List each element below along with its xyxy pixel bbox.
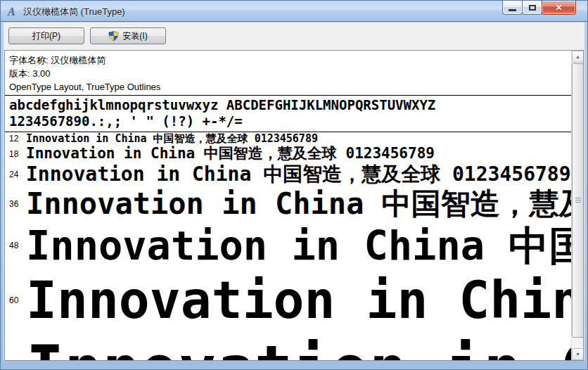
font-name-line: 字体名称: 汉仪橄榄体简: [9, 53, 571, 67]
minimize-icon: [509, 9, 516, 11]
install-button-label: 安装(I): [122, 30, 147, 42]
toolbar: 打印(P) 安装(I): [4, 23, 584, 49]
sample-size-label: 12: [5, 134, 26, 143]
font-version-line: 版本: 3.00: [9, 67, 571, 80]
uac-shield-icon: [108, 30, 119, 42]
charset-sample-block: abcdefghijklmnopqrstuvwxyz ABCDEFGHIJKLM…: [5, 96, 571, 132]
font-info-block: 字体名称: 汉仪橄榄体简 版本: 3.00 OpenType Layout, T…: [5, 51, 571, 95]
sample-size-label: 36: [5, 199, 26, 209]
scroll-up-button[interactable]: ▲: [572, 51, 584, 63]
print-button[interactable]: 打印(P): [8, 27, 84, 44]
font-preview-pane: 字体名称: 汉仪橄榄体简 版本: 3.00 OpenType Layout, T…: [4, 50, 584, 361]
sample-size-label: 60: [5, 295, 26, 305]
preview-scroll-content: 字体名称: 汉仪橄榄体简 版本: 3.00 OpenType Layout, T…: [5, 51, 571, 360]
maximize-icon: [529, 5, 536, 11]
sample-text: Innovation in China 中国智造，慧及全球 0123456789: [26, 222, 571, 269]
sample-text: Innovation in China 中国智造，慧及全球 0123456789: [26, 162, 571, 186]
sample-row: Innovation in China 中国智造，慧及全球 0123456789: [5, 331, 571, 360]
sample-row: 60Innovation in China 中国智造，慧及全球 01234567…: [5, 269, 571, 331]
minimize-button[interactable]: [502, 1, 523, 15]
client-area: 打印(P) 安装(I) 字体名称: 汉仪橄榄体简 版本: 3.00 OpenTy…: [4, 23, 584, 361]
sample-size-label: 18: [5, 149, 26, 159]
size-sample-list: 12Innovation in China 中国智造，慧及全球 01234567…: [5, 132, 571, 360]
titlebar[interactable]: A 汉仪橄榄体简 (TrueType) ✕: [1, 1, 587, 22]
font-file-icon: A: [6, 5, 19, 18]
sample-row: 24Innovation in China 中国智造，慧及全球 01234567…: [5, 162, 571, 186]
sample-row: 48Innovation in China 中国智造，慧及全球 01234567…: [5, 222, 571, 269]
maximize-button[interactable]: [522, 1, 542, 15]
charset-numbers-line: 1234567890.:,; ' " (!?) +-*/=: [9, 113, 571, 129]
sample-text: Innovation in China 中国智造，慧及全球 0123456789: [26, 186, 571, 222]
sample-row: 12Innovation in China 中国智造，慧及全球 01234567…: [5, 132, 571, 145]
scrollbar-grip-icon: [575, 198, 581, 203]
sample-row: 36Innovation in China 中国智造，慧及全球 01234567…: [5, 186, 571, 222]
sample-text: Innovation in China 中国智造，慧及全球 0123456789: [26, 132, 318, 145]
arrow-down-icon: ▼: [575, 352, 580, 357]
window-title: 汉仪橄榄体简 (TrueType): [23, 6, 125, 18]
font-viewer-window: A 汉仪橄榄体简 (TrueType) ✕ 打印(P): [0, 0, 588, 370]
sample-text: Innovation in China 中国智造，慧及全球 0123456789: [26, 145, 435, 162]
charset-letters-line: abcdefghijklmnopqrstuvwxyz ABCDEFGHIJKLM…: [9, 97, 571, 113]
sample-text: Innovation in China 中国智造，慧及全球 0123456789: [26, 269, 571, 331]
vertical-scrollbar[interactable]: ▲ ▼: [571, 51, 583, 360]
sample-size-label: 48: [5, 241, 26, 250]
window-controls: ✕: [503, 1, 576, 15]
sample-row: 18Innovation in China 中国智造，慧及全球 01234567…: [5, 145, 571, 162]
arrow-up-icon: ▲: [575, 54, 580, 59]
scroll-down-button[interactable]: ▼: [572, 348, 584, 360]
font-technology-line: OpenType Layout, TrueType Outlines: [9, 80, 571, 94]
scrollbar-thumb[interactable]: [572, 63, 584, 338]
svg-text:A: A: [7, 6, 15, 18]
sample-text: Innovation in China 中国智造，慧及全球 0123456789: [26, 331, 571, 360]
close-icon: ✕: [555, 4, 562, 12]
sample-size-label: 24: [5, 170, 26, 179]
install-button[interactable]: 安装(I): [90, 27, 166, 44]
close-button[interactable]: ✕: [542, 1, 576, 15]
print-button-label: 打印(P): [32, 30, 60, 42]
